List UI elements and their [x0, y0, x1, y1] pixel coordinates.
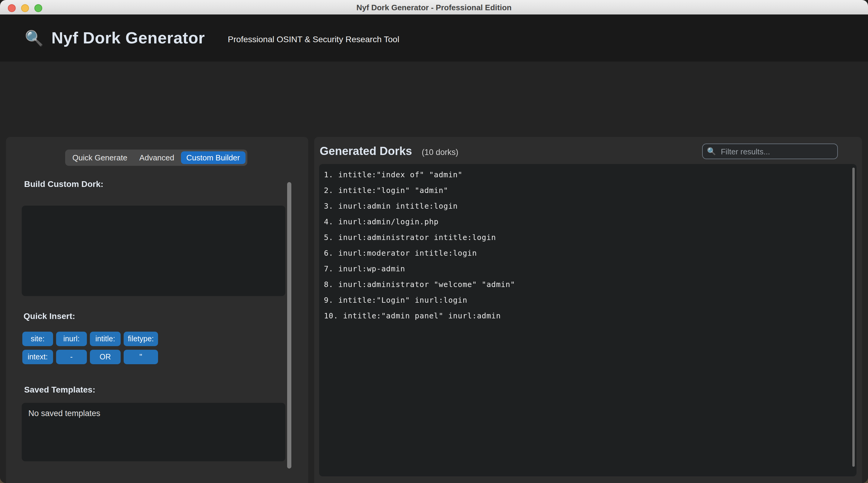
quick-insert-quote-button[interactable]: ": [124, 350, 158, 364]
magnifier-icon: 🔍: [25, 30, 43, 45]
saved-templates-label: Saved Templates:: [24, 385, 95, 394]
window-title: Nyf Dork Generator - Professional Editio…: [356, 3, 512, 12]
maximize-button[interactable]: [34, 4, 42, 12]
quick-insert-inurl-button[interactable]: inurl:: [56, 332, 87, 346]
dork-line: 4. inurl:admin/login.php: [319, 214, 857, 230]
custom-dork-textarea[interactable]: [22, 205, 285, 296]
quick-insert-intext-button[interactable]: intext:: [22, 350, 53, 364]
search-icon: 🔍: [707, 148, 716, 155]
build-custom-dork-label: Build Custom Dork:: [24, 179, 103, 189]
quick-insert-minus-button[interactable]: -: [56, 350, 87, 364]
tab-bar: Quick Generate Advanced Custom Builder: [65, 150, 247, 166]
filter-field: 🔍: [702, 143, 838, 159]
window-titlebar[interactable]: Nyf Dork Generator - Professional Editio…: [0, 0, 868, 15]
app-title: Nyf Dork Generator: [51, 29, 205, 47]
dork-line: 7. inurl:wp-admin: [319, 261, 857, 277]
app-subtitle: Professional OSINT & Security Research T…: [228, 34, 399, 44]
close-button[interactable]: [8, 4, 16, 12]
quick-insert-or-button[interactable]: OR: [90, 350, 121, 364]
dork-line: 3. inurl:admin intitle:login: [319, 198, 857, 214]
quick-insert-site-button[interactable]: site:: [22, 332, 53, 346]
dork-line: 2. intitle:"login" "admin": [319, 183, 857, 198]
app-window: Nyf Dork Generator - Professional Editio…: [0, 0, 868, 483]
dork-list[interactable]: 1. intitle:"index of" "admin"2. intitle:…: [319, 164, 857, 476]
quick-insert-filetype-button[interactable]: filetype:: [124, 332, 158, 346]
dork-line: 10. intitle:"admin panel" inurl:admin: [319, 308, 857, 324]
app-header: 🔍 Nyf Dork Generator Professional OSINT …: [0, 14, 868, 62]
builder-panel-scrollbar[interactable]: [287, 182, 291, 469]
dork-list-scrollbar[interactable]: [852, 168, 855, 467]
generated-dorks-title: Generated Dorks: [320, 145, 412, 158]
quick-insert-label: Quick Insert:: [24, 311, 75, 321]
tab-quick-generate[interactable]: Quick Generate: [67, 151, 133, 164]
dork-line: 1. intitle:"index of" "admin": [319, 167, 857, 183]
saved-templates-list[interactable]: No saved templates: [22, 403, 285, 461]
tab-advanced[interactable]: Advanced: [134, 151, 180, 164]
builder-panel: Quick Generate Advanced Custom Builder B…: [6, 137, 308, 483]
filter-input[interactable]: [720, 146, 831, 157]
dork-line: 8. inurl:administrator "welcome" "admin": [319, 277, 857, 292]
main-area: Quick Generate Advanced Custom Builder B…: [0, 62, 868, 483]
desktop-background: Nyf Dork Generator - Professional Editio…: [0, 0, 868, 483]
tab-custom-builder[interactable]: Custom Builder: [181, 151, 246, 164]
dork-line: 5. inurl:administrator intitle:login: [319, 230, 857, 246]
dork-line: 6. inurl:moderator intitle:login: [319, 246, 857, 261]
no-saved-templates-text: No saved templates: [22, 403, 285, 418]
minimize-button[interactable]: [21, 4, 29, 12]
dork-line: 9. intitle:"Login" inurl:login: [319, 292, 857, 308]
quick-insert-intitle-button[interactable]: intitle:: [90, 332, 121, 346]
dork-count-badge: (10 dorks): [422, 148, 459, 157]
